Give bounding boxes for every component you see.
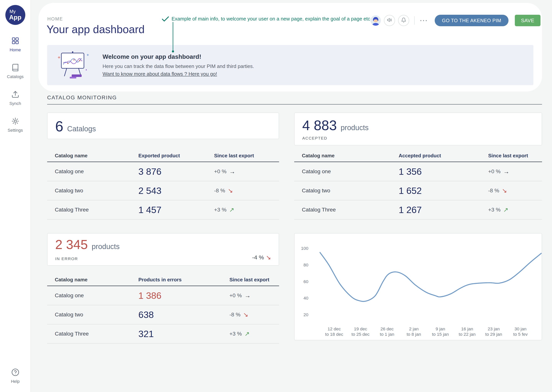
- sidebar-item-label: Home: [10, 48, 21, 52]
- delta-text: -8 %: [488, 188, 499, 194]
- sidebar-item-home[interactable]: Home: [0, 37, 30, 52]
- delta-text: -8 %: [214, 188, 225, 194]
- table-header-row: Catalog name Products in errors Since la…: [47, 274, 279, 286]
- delta-text: +0 %: [229, 293, 242, 299]
- check-icon: [162, 16, 169, 22]
- table-row: Catalog one 1 356 +0 % →: [294, 162, 542, 181]
- table-row: Catalog two 1 652 -8 % ↘: [294, 181, 542, 200]
- accepted-products-label: products: [341, 124, 369, 132]
- header-actions: ⋯ GO TO THE AKENEO PIM SAVE: [370, 15, 540, 26]
- catalogs-count-card: 6 Catalogs: [47, 112, 279, 139]
- delta-text: +0 %: [214, 168, 226, 175]
- welcome-text-block: Welcome on your app dashboard! Here you …: [102, 53, 254, 77]
- accepted-products-sublabel: ACCEPTED: [302, 136, 534, 140]
- accepted-products-table: Catalog name Accepted product Since last…: [294, 150, 542, 220]
- catalog-value-cell: 1 356: [399, 166, 488, 177]
- sidebar-nav: Home Catalogs Synch Settings: [0, 37, 30, 133]
- catalog-name-cell: Catalog Three: [47, 207, 138, 213]
- catalog-name-cell: Catalog two: [47, 188, 138, 194]
- go-to-pim-button[interactable]: GO TO THE AKENEO PIM: [435, 15, 508, 26]
- svg-text:23 janto 29 jan: 23 janto 29 jan: [485, 326, 502, 337]
- notifications-button[interactable]: [398, 15, 409, 26]
- catalog-delta-cell: +3 % ↗: [214, 206, 279, 213]
- home-grid-icon: [11, 37, 19, 46]
- trend-arrow-icon: ↘: [502, 187, 507, 194]
- exported-products-table: Catalog name Exported product Since last…: [47, 150, 279, 220]
- catalog-delta-cell: +3 % ↗: [488, 206, 542, 213]
- sidebar-item-help[interactable]: Help: [0, 368, 30, 384]
- logo-line-1: My: [10, 9, 16, 14]
- left-column: 6 Catalogs Catalog name Exported product…: [47, 112, 279, 343]
- catalog-delta-cell: +0 % →: [488, 168, 542, 175]
- save-button[interactable]: SAVE: [515, 15, 540, 26]
- table-row: Catalog two 2 543 -8 % ↘: [47, 181, 279, 200]
- catalog-name-cell: Catalog Three: [294, 207, 399, 213]
- announcements-button[interactable]: [384, 15, 395, 26]
- sidebar: My App Home Catalogs Synch: [0, 0, 31, 392]
- catalog-name-cell: Catalog two: [294, 188, 399, 194]
- svg-text:19 decto 25 dec: 19 decto 25 dec: [351, 326, 370, 337]
- svg-text:12 decto 18 dec: 12 decto 18 dec: [325, 326, 343, 337]
- sidebar-item-label: Settings: [8, 128, 23, 133]
- catalog-name-cell: Catalog one: [47, 293, 138, 299]
- welcome-body: Here you can track the data flow between…: [102, 63, 254, 69]
- more-options-icon[interactable]: ⋯: [420, 18, 428, 23]
- content-area: CATALOG MONITORING 6 Catalogs Catalog na…: [31, 91, 552, 343]
- catalogs-count: 6: [55, 113, 63, 140]
- catalog-delta-cell: -8 % ↘: [229, 311, 279, 318]
- app-root: My App Home Catalogs Synch: [0, 0, 552, 392]
- sidebar-item-catalogs[interactable]: Catalogs: [0, 63, 30, 79]
- trend-arrow-icon: →: [503, 168, 509, 175]
- column-header: Exported product: [138, 153, 214, 159]
- table-row: Catalog Three 1 267 +3 % ↗: [294, 200, 542, 220]
- svg-text:26 decto 1 jan: 26 decto 1 jan: [380, 326, 394, 337]
- error-products-count: 2 345: [55, 237, 88, 252]
- catalog-value-cell: 1 267: [399, 205, 488, 215]
- logo-line-2: App: [9, 14, 21, 21]
- breadcrumb[interactable]: HOME: [47, 16, 63, 22]
- delta-text: +0 %: [488, 168, 501, 175]
- table-header-row: Catalog name Accepted product Since last…: [294, 150, 542, 162]
- trend-arrow-icon: ↘: [243, 311, 248, 318]
- sidebar-item-label: Catalogs: [7, 74, 24, 79]
- upload-sync-icon: [11, 90, 19, 99]
- catalog-book-icon: [11, 63, 19, 72]
- catalog-delta-cell: +3 % ↗: [229, 330, 279, 337]
- sidebar-item-label: Help: [11, 379, 20, 384]
- avatar-illustration: [370, 15, 381, 26]
- column-header: Since last export: [214, 153, 279, 159]
- delta-text: -8 %: [229, 312, 240, 318]
- sidebar-item-synch[interactable]: Synch: [0, 90, 30, 106]
- trend-arrow-icon: →: [229, 168, 235, 175]
- avatar[interactable]: [370, 15, 381, 26]
- delta-text: +3 %: [214, 207, 226, 213]
- trend-arrow-icon: ↗: [229, 206, 234, 213]
- products-chart-card: 1008060402012 decto 18 dec19 decto 25 de…: [294, 233, 542, 340]
- catalog-delta-cell: -8 % ↘: [214, 187, 279, 194]
- catalog-delta-cell: -8 % ↘: [488, 187, 542, 194]
- trend-arrow-icon: ↘: [266, 254, 271, 261]
- catalog-value-cell: 638: [138, 309, 229, 320]
- sidebar-item-label: Synch: [9, 101, 21, 106]
- column-header: Accepted product: [399, 153, 488, 159]
- catalog-delta-cell: +0 % →: [214, 168, 279, 175]
- products-in-error-card: 2 345 products IN ERROR -4 % ↘: [47, 233, 279, 266]
- svg-text:2 janto 8 jan: 2 janto 8 jan: [407, 326, 421, 337]
- catalog-name-cell: Catalog two: [47, 312, 138, 318]
- app-logo: My App: [5, 5, 25, 25]
- table-row: Catalog Three 1 457 +3 % ↗: [47, 200, 279, 220]
- catalog-name-cell: Catalog one: [294, 168, 399, 175]
- error-products-label: products: [92, 243, 120, 251]
- data-flows-link[interactable]: Want to know more about data flows ? Her…: [102, 71, 217, 77]
- catalog-name-cell: Catalog one: [47, 168, 138, 175]
- sidebar-item-settings[interactable]: Settings: [0, 117, 30, 133]
- svg-text:40: 40: [303, 295, 308, 301]
- catalog-value-cell: 321: [138, 329, 229, 339]
- annotation-text: Example of main info, to welcome your us…: [172, 15, 372, 22]
- delta-text: +3 %: [229, 331, 242, 337]
- main-area: HOME Your app dashboard Example of main …: [31, 0, 552, 392]
- accepted-products-card: 4 883 products ACCEPTED: [294, 112, 542, 146]
- table-row: Catalog two 638 -8 % ↘: [47, 305, 279, 324]
- table-row: Catalog Three 321 +3 % ↗: [47, 324, 279, 343]
- trend-arrow-icon: →: [245, 292, 251, 299]
